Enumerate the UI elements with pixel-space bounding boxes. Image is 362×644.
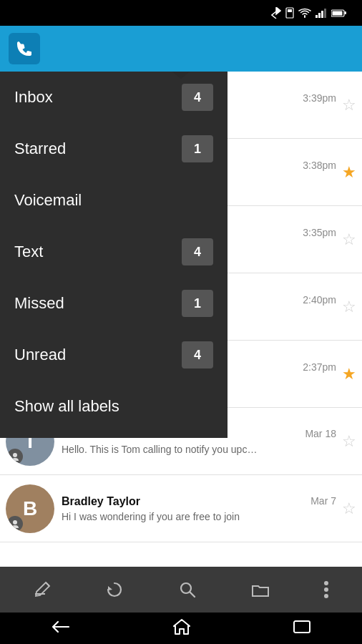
avatar-badge-icon [7,449,23,464]
home-icon [172,618,191,635]
message-time: 3:38pm [303,160,336,171]
status-bar [0,0,362,26]
svg-point-21 [324,587,328,592]
svg-point-20 [324,581,328,585]
star-button[interactable]: ☆ [342,499,356,518]
star-button[interactable]: ★ [342,163,356,182]
dropdown-item-unread[interactable]: Unread 4 [0,329,228,381]
folder-icon [251,580,270,599]
svg-rect-23 [294,621,310,633]
back-button[interactable] [51,620,71,638]
message-time: Mar 18 [305,428,336,439]
dropdown-item-label: Show all labels [14,397,213,416]
message-actions: ☆ [342,499,356,518]
message-preview: Hi I was wondering if you are free to jo… [62,511,262,522]
search-button[interactable] [170,575,205,605]
dropdown-badge: 1 [182,290,213,317]
dropdown-item-label: Text [14,243,182,261]
dropdown-item-starred[interactable]: Starred 1 [0,123,228,175]
svg-point-22 [324,594,328,598]
dropdown-item-inbox[interactable]: Inbox 4 [0,72,228,123]
dropdown-item-label: Voicemail [14,191,213,210]
dropdown-item-label: Starred [14,140,182,158]
main-area: W 3:39pm the library. I'll ☆ M 3:38pm [0,72,362,567]
dropdown-arrow [172,72,190,79]
dropdown-badge: 4 [182,238,213,265]
phone-icon [285,7,295,19]
svg-rect-5 [324,9,326,18]
star-button[interactable]: ☆ [342,230,356,249]
dropdown-badge: 4 [182,84,213,111]
search-icon [178,580,197,599]
message-preview: Hello. This is Tom calling to notify you… [62,444,262,455]
message-header: Bradley Taylor Mar 7 [62,495,336,508]
recent-button[interactable] [293,620,311,638]
refresh-button[interactable] [97,575,132,605]
refresh-icon [105,580,124,599]
compose-button[interactable] [24,575,60,605]
message-actions: ☆ [342,96,356,114]
back-icon [51,620,71,634]
bluetooth-icon [271,7,281,19]
message-time: 3:35pm [303,227,336,238]
message-item[interactable]: B Bradley Taylor Mar 7 Hi I was wonderin… [0,475,362,542]
home-button[interactable] [172,618,191,639]
dropdown-menu: Inbox 4 Starred 1 Voicemail Text 4 Misse… [0,72,228,438]
svg-rect-8 [333,11,343,16]
more-button[interactable] [315,575,338,605]
message-content: Bradley Taylor Mar 7 Hi I was wondering … [62,495,336,522]
bottom-toolbar [0,567,362,613]
dropdown-item-label: Inbox [14,88,182,107]
svg-marker-17 [108,586,112,590]
message-sender: Bradley Taylor [62,495,305,508]
more-icon [323,580,329,599]
svg-point-14 [13,453,17,457]
dropdown-item-missed[interactable]: Missed 1 [0,278,228,329]
app-logo [9,33,40,64]
svg-rect-2 [315,15,318,18]
folder-button[interactable] [243,575,278,605]
dropdown-item-label: Missed [14,294,182,313]
message-time: 3:39pm [303,92,336,104]
dropdown-badge: 4 [182,341,213,369]
message-time: 2:37pm [303,361,336,373]
star-button[interactable]: ☆ [342,298,356,316]
message-actions: ☆ [342,230,356,249]
svg-line-19 [190,592,195,597]
svg-rect-4 [321,11,323,18]
star-button[interactable]: ☆ [342,96,356,114]
message-actions: ☆ [342,298,356,316]
status-icons [271,7,353,19]
svg-rect-3 [318,13,321,18]
message-time: 2:40pm [303,294,336,306]
avatar: B [6,484,54,533]
phone-logo-icon [14,39,34,59]
nav-bar [0,613,362,644]
message-actions: ★ [342,365,356,384]
message-time: Mar 7 [310,495,336,507]
recent-icon [293,620,311,634]
avatar-badge-icon [7,516,23,532]
svg-point-15 [13,520,17,525]
svg-rect-7 [345,11,347,14]
signal-icon [315,8,328,18]
message-actions: ★ [342,163,356,182]
star-button[interactable]: ☆ [342,432,356,451]
dropdown-item-voicemail[interactable]: Voicemail [0,175,228,226]
wifi-icon [298,8,311,18]
dropdown-item-label: Unread [14,346,182,364]
star-button[interactable]: ★ [342,365,356,384]
message-actions: ☆ [342,432,356,451]
dropdown-item-text[interactable]: Text 4 [0,226,228,278]
compose-icon [33,580,52,599]
app-bar [0,26,362,72]
battery-icon [331,9,347,17]
dropdown-badge: 1 [182,135,213,162]
svg-rect-1 [288,9,292,12]
dropdown-item-show-all[interactable]: Show all labels [0,381,228,432]
